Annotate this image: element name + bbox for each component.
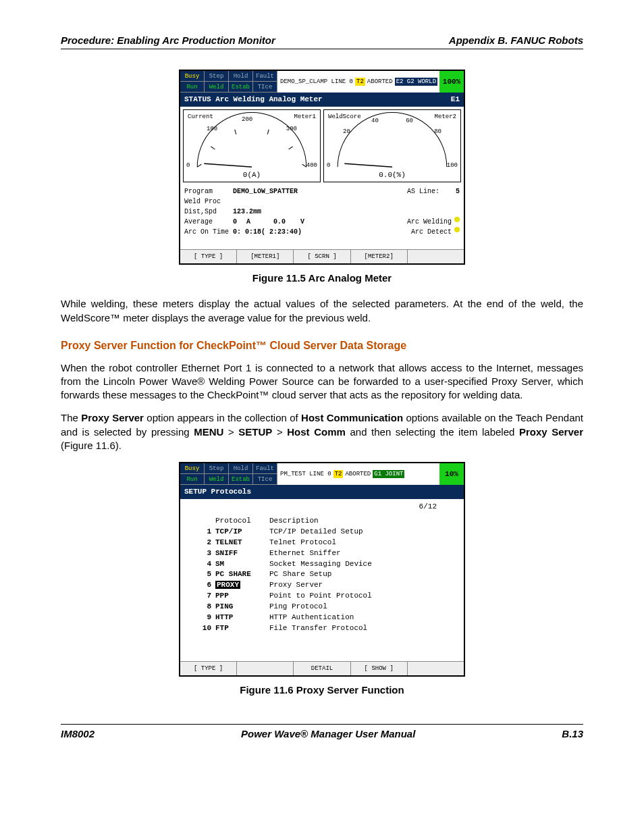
meter-current: Current Meter1 0 100 200 300 400 0(A)	[183, 109, 321, 182]
softkey-blank1[interactable]	[237, 662, 294, 675]
svg-line-0	[197, 164, 201, 167]
row-number: 5	[184, 569, 215, 580]
status-run: Run	[180, 82, 205, 93]
row-number: 9	[184, 613, 215, 623]
protocol-row[interactable]: 9HTTPHTTP Authentication	[184, 613, 460, 623]
softkey-bar: [ TYPE ] DETAIL [ SHOW ]	[180, 661, 464, 675]
header-right: Appendix B. FANUC Robots	[449, 34, 583, 47]
row-number: 4	[184, 559, 215, 570]
status-fault: Fault	[253, 463, 277, 474]
status-estab: Estab	[229, 474, 253, 485]
protocol-code: HTTP	[215, 613, 269, 623]
arc-on-value: 0: 0:18( 2:23:40)	[233, 227, 411, 237]
arc-welding-label: Arc Welding	[407, 217, 452, 227]
protocol-desc: Ping Protocol	[269, 602, 460, 613]
status-weld: Weld	[205, 474, 229, 485]
aborted-text: ABORTED	[345, 470, 371, 478]
softkey-scrn[interactable]: [ SCRN ]	[294, 250, 350, 263]
info-area: Program DEMO_LOW_SPATTER AS Line: 5 Weld…	[180, 185, 464, 249]
protocol-row[interactable]: 4SMSocket Messaging Device	[184, 559, 460, 570]
arc-detect-indicator-icon	[454, 227, 460, 232]
figure-11-5-caption: Figure 11.5 Arc Analog Meter	[61, 271, 583, 285]
dist-value: 123.2mm	[233, 207, 261, 217]
meter1-title: Current	[188, 113, 213, 121]
svg-line-3	[267, 130, 269, 134]
status-hold: Hold	[229, 463, 253, 474]
page-footer: IM8002 Power Wave® Manager User Manual B…	[61, 724, 583, 741]
coord-chip: G1 JOINT	[373, 470, 404, 478]
title-bar: STATUS Arc Welding Analog Meter E1	[180, 93, 464, 107]
status-estab: Estab	[229, 82, 253, 93]
protocol-desc: TCP/IP Detailed Setup	[269, 527, 460, 538]
protocol-code: PPP	[215, 591, 269, 602]
avg-v-unit: V	[300, 217, 407, 227]
avg-v: 0.0	[273, 217, 300, 227]
row-number: 3	[184, 548, 215, 559]
protocol-header: Protocol Description	[184, 516, 460, 527]
paragraph-2: When the robot controller Ethernet Port …	[61, 361, 583, 402]
mode-chip: T2	[333, 470, 344, 478]
softkey-meter1[interactable]: [METER1]	[237, 250, 294, 263]
title-bar-text: SETUP Protocols	[184, 487, 251, 497]
status-step: Step	[205, 71, 229, 82]
protocol-code: PC SHARE	[215, 569, 269, 580]
title-bar: SETUP Protocols	[180, 485, 464, 499]
protocol-row[interactable]: 7PPPPoint to Point Protocol	[184, 591, 460, 602]
row-number: 2	[184, 538, 215, 548]
softkey-blank[interactable]	[408, 250, 464, 263]
status-fault: Fault	[253, 71, 277, 82]
title-bar-left: STATUS Arc Welding Analog Meter	[184, 95, 323, 105]
m2-t0: 0	[327, 161, 330, 170]
softkey-type[interactable]: [ TYPE ]	[180, 250, 237, 263]
pendant-top-bar: Busy Step Hold Fault Run Weld Estab TIce…	[180, 463, 464, 485]
list-counter: 6/12	[180, 499, 464, 512]
protocol-code: SM	[215, 559, 269, 570]
protocol-desc: Ethernet Sniffer	[269, 548, 460, 559]
protocol-row[interactable]: 6PROXYProxy Server	[184, 580, 460, 591]
protocol-code: PING	[215, 602, 269, 613]
status-grid: Busy Step Hold Fault Run Weld Estab TIce	[180, 463, 277, 485]
protocol-row[interactable]: 3SNIFFEthernet Sniffer	[184, 548, 460, 559]
m1-t0: 0	[186, 161, 190, 170]
protocol-desc: Socket Messaging Device	[269, 559, 460, 570]
protocol-row[interactable]: 5PC SHAREPC Share Setup	[184, 569, 460, 580]
protocol-list: Protocol Description 1TCP/IPTCP/IP Detai…	[180, 512, 464, 661]
arc-welding-indicator-icon	[454, 217, 460, 222]
m2-t3: 60	[406, 117, 413, 125]
protocol-row[interactable]: 10FTPFile Transfer Protocol	[184, 623, 460, 634]
svg-line-2	[235, 130, 236, 134]
protocol-desc: PC Share Setup	[269, 569, 460, 580]
aborted-text: ABORTED	[367, 78, 393, 86]
m2-t4: 80	[434, 128, 441, 136]
softkey-show[interactable]: [ SHOW ]	[351, 662, 408, 675]
softkey-bar: [ TYPE ] [METER1] [ SCRN ] [METER2]	[180, 249, 464, 263]
row-number: 1	[184, 527, 215, 538]
figure-11-6-caption: Figure 11.6 Proxy Server Function	[61, 683, 583, 697]
protocol-code: SNIFF	[215, 548, 269, 559]
protocol-row[interactable]: 2TELNETTelnet Protocol	[184, 538, 460, 548]
mode-chip: T2	[355, 78, 365, 86]
protocol-row[interactable]: 8PINGPing Protocol	[184, 602, 460, 613]
status-program-text: DEMO_SP_CLAMP LINE 0	[280, 78, 353, 86]
status-grid: Busy Step Hold Fault Run Weld Estab TIce	[180, 71, 277, 93]
meter2-reading: 0.0(%)	[324, 170, 460, 180]
softkey-detail[interactable]: DETAIL	[294, 662, 350, 675]
row-number: 8	[184, 602, 215, 613]
softkey-blank2[interactable]	[408, 662, 464, 675]
title-bar-right: E1	[451, 95, 460, 105]
status-step: Step	[205, 463, 229, 474]
meter1-reading: 0(A)	[184, 170, 320, 180]
arc-detect-label: Arc Detect	[411, 227, 452, 237]
protocol-row[interactable]: 1TCP/IPTCP/IP Detailed Setup	[184, 527, 460, 538]
pendant-figure-11-6: Busy Step Hold Fault Run Weld Estab TIce…	[179, 462, 465, 677]
protocol-code: PROXY	[215, 580, 269, 591]
svg-line-1	[211, 147, 215, 149]
footer-center: Power Wave® Manager User Manual	[241, 727, 415, 741]
status-hold: Hold	[229, 71, 253, 82]
softkey-type[interactable]: [ TYPE ]	[180, 662, 237, 675]
pendant-figure-11-5: Busy Step Hold Fault Run Weld Estab TIce…	[179, 70, 465, 265]
protocol-desc: File Transfer Protocol	[269, 623, 460, 634]
avg-a: 0	[233, 217, 246, 227]
softkey-meter2[interactable]: [METER2]	[351, 250, 408, 263]
m2-t2: 40	[371, 117, 379, 125]
